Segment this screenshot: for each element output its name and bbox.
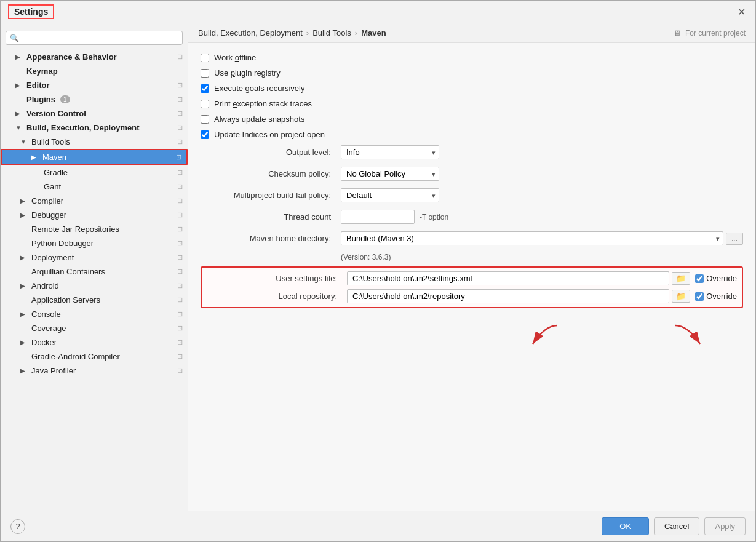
apply-button[interactable]: Apply bbox=[704, 517, 746, 535]
breadcrumb: Build, Execution, Deployment › Build Too… bbox=[198, 28, 386, 38]
copy-icon-android: ⊡ bbox=[177, 282, 183, 290]
sidebar-item-compiler[interactable]: ▶ Compiler ⊡ bbox=[1, 194, 188, 208]
search-icon: 🔍 bbox=[10, 34, 19, 42]
output-level-select[interactable]: Info Debug Warn Error bbox=[341, 145, 439, 159]
sidebar-label-android: Android bbox=[31, 281, 59, 290]
copy-icon-arquillian: ⊡ bbox=[177, 268, 183, 276]
copy-icon-vcs: ⊡ bbox=[177, 110, 183, 118]
checkbox-update-indices-label[interactable]: Update Indices on project open bbox=[214, 130, 325, 139]
arrow-coverage bbox=[20, 325, 29, 332]
sidebar-label-deployment: Deployment bbox=[31, 253, 74, 262]
sidebar-item-java-profiler[interactable]: ▶ Java Profiler ⊡ bbox=[1, 364, 188, 378]
checkbox-work-offline-label[interactable]: Work offline bbox=[214, 53, 256, 62]
arrow-maven: ▶ bbox=[31, 154, 40, 161]
sidebar-item-gradle-android[interactable]: Gradle-Android Compiler ⊡ bbox=[1, 349, 188, 364]
breadcrumb-part-2: Build Tools bbox=[312, 28, 351, 38]
sidebar-item-build-tools[interactable]: ▼ Build Tools ⊡ bbox=[1, 135, 188, 149]
maven-home-select[interactable]: Bundled (Maven 3) bbox=[341, 231, 723, 245]
sidebar-item-docker[interactable]: ▶ Docker ⊡ bbox=[1, 335, 188, 349]
local-repo-override-checkbox[interactable] bbox=[695, 292, 704, 301]
multiproject-policy-select[interactable]: Default Fail at End Continue bbox=[341, 188, 439, 202]
checkbox-use-plugin-input[interactable] bbox=[201, 69, 209, 78]
copy-icon-python-debugger: ⊡ bbox=[177, 239, 183, 247]
checkbox-always-update-input[interactable] bbox=[201, 115, 209, 124]
arrow-keymap bbox=[15, 68, 24, 74]
arrow-python-debugger bbox=[20, 240, 29, 247]
ok-button[interactable]: OK bbox=[602, 517, 649, 535]
user-settings-browse-button[interactable]: 📁 bbox=[672, 272, 690, 285]
sidebar-label-docker: Docker bbox=[31, 338, 57, 347]
checkbox-print-exception-label[interactable]: Print exception stack traces bbox=[214, 99, 312, 108]
checkbox-print-exception-input[interactable] bbox=[201, 100, 209, 108]
user-settings-override-checkbox[interactable] bbox=[695, 274, 704, 283]
arrows-area bbox=[201, 313, 743, 362]
sidebar: 🔍 ▶ Appearance & Behavior ⊡ Keymap bbox=[1, 23, 188, 511]
search-input[interactable] bbox=[22, 33, 178, 42]
multiproject-policy-label: Multiproject build fail policy: bbox=[201, 191, 336, 200]
arrow-java-profiler: ▶ bbox=[20, 367, 29, 374]
thread-count-input[interactable] bbox=[341, 210, 415, 224]
checksum-policy-label: Checksum policy: bbox=[201, 169, 336, 178]
sidebar-item-maven[interactable]: ▶ Maven ⊡ bbox=[1, 149, 188, 165]
sidebar-item-build-exec-deploy[interactable]: ▼ Build, Execution, Deployment ⊡ bbox=[1, 121, 188, 135]
monitor-icon: 🖥 bbox=[674, 29, 681, 38]
breadcrumb-part-1: Build, Execution, Deployment bbox=[198, 28, 303, 38]
checksum-policy-select[interactable]: No Global Policy Fail Warn Ignore bbox=[341, 167, 439, 181]
sidebar-item-console[interactable]: ▶ Console ⊡ bbox=[1, 307, 188, 321]
arrow-editor: ▶ bbox=[15, 82, 24, 89]
sidebar-label-coverage: Coverage bbox=[31, 324, 66, 333]
sidebar-label-gant: Gant bbox=[44, 182, 61, 191]
checkbox-execute-goals-label[interactable]: Execute goals recursively bbox=[214, 84, 304, 93]
arrow-gradle bbox=[33, 169, 41, 176]
sidebar-item-debugger[interactable]: ▶ Debugger ⊡ bbox=[1, 208, 188, 222]
sidebar-item-deployment[interactable]: ▶ Deployment ⊡ bbox=[1, 250, 188, 265]
cancel-button[interactable]: Cancel bbox=[654, 517, 699, 535]
sidebar-item-arquillian[interactable]: Arquillian Containers ⊡ bbox=[1, 265, 188, 279]
sidebar-item-python-debugger[interactable]: Python Debugger ⊡ bbox=[1, 236, 188, 250]
local-repo-browse-button[interactable]: 📁 bbox=[672, 290, 690, 303]
checkbox-work-offline-input[interactable] bbox=[201, 54, 209, 62]
copy-icon-app-servers: ⊡ bbox=[177, 296, 183, 304]
help-button[interactable]: ? bbox=[10, 519, 25, 534]
maven-home-browse-button[interactable]: ... bbox=[726, 233, 743, 245]
sidebar-item-gant[interactable]: Gant ⊡ bbox=[1, 180, 188, 194]
close-button[interactable]: ✕ bbox=[734, 5, 748, 18]
arrow-apply-svg bbox=[669, 319, 706, 350]
sidebar-label-editor: Editor bbox=[26, 81, 50, 90]
user-settings-row: User settings file: 📁 Override bbox=[207, 271, 737, 285]
action-buttons: OK Cancel Apply bbox=[602, 517, 746, 535]
user-settings-override-label[interactable]: Override bbox=[706, 274, 737, 283]
user-settings-input-wrapper: 📁 bbox=[347, 271, 690, 285]
checkbox-execute-goals-input[interactable] bbox=[201, 84, 209, 93]
sidebar-item-appearance[interactable]: ▶ Appearance & Behavior ⊡ bbox=[1, 50, 188, 64]
sidebar-item-keymap[interactable]: Keymap bbox=[1, 64, 188, 78]
plugins-badge: 1 bbox=[60, 95, 70, 103]
sidebar-item-coverage[interactable]: Coverage ⊡ bbox=[1, 321, 188, 335]
for-project-link[interactable]: 🖥 For current project bbox=[674, 29, 746, 38]
sidebar-item-editor[interactable]: ▶ Editor ⊡ bbox=[1, 78, 188, 92]
arrow-compiler: ▶ bbox=[20, 197, 29, 204]
sidebar-item-android[interactable]: ▶ Android ⊡ bbox=[1, 279, 188, 293]
local-repo-input[interactable] bbox=[347, 289, 669, 303]
output-level-row: Output level: Info Debug Warn Error bbox=[201, 145, 743, 159]
maven-version-note: (Version: 3.6.3) bbox=[341, 253, 743, 261]
search-box[interactable]: 🔍 bbox=[6, 31, 183, 45]
checkbox-use-plugin-label[interactable]: Use plugin registry bbox=[214, 68, 281, 78]
local-repo-override-label[interactable]: Override bbox=[706, 292, 737, 301]
sidebar-item-remote-jar[interactable]: Remote Jar Repositories ⊡ bbox=[1, 222, 188, 236]
copy-icon-java-profiler: ⊡ bbox=[177, 367, 183, 375]
sidebar-item-plugins[interactable]: Plugins 1 ⊡ bbox=[1, 92, 188, 106]
copy-icon-coverage: ⊡ bbox=[177, 324, 183, 332]
copy-icon-remote-jar: ⊡ bbox=[177, 225, 183, 233]
user-settings-input[interactable] bbox=[347, 271, 669, 285]
sidebar-item-gradle[interactable]: Gradle ⊡ bbox=[1, 165, 188, 180]
arrow-arquillian bbox=[20, 268, 29, 275]
sidebar-item-app-servers[interactable]: Application Servers ⊡ bbox=[1, 293, 188, 307]
checkbox-always-update-label[interactable]: Always update snapshots bbox=[214, 114, 304, 124]
sidebar-item-version-control[interactable]: ▶ Version Control ⊡ bbox=[1, 106, 188, 121]
user-local-settings-section: User settings file: 📁 Override Local rep… bbox=[201, 266, 743, 308]
breadcrumb-current: Maven bbox=[361, 28, 386, 38]
arrow-ok-svg bbox=[527, 319, 563, 350]
checkbox-update-indices-input[interactable] bbox=[201, 130, 209, 139]
copy-icon-gant: ⊡ bbox=[177, 183, 183, 191]
